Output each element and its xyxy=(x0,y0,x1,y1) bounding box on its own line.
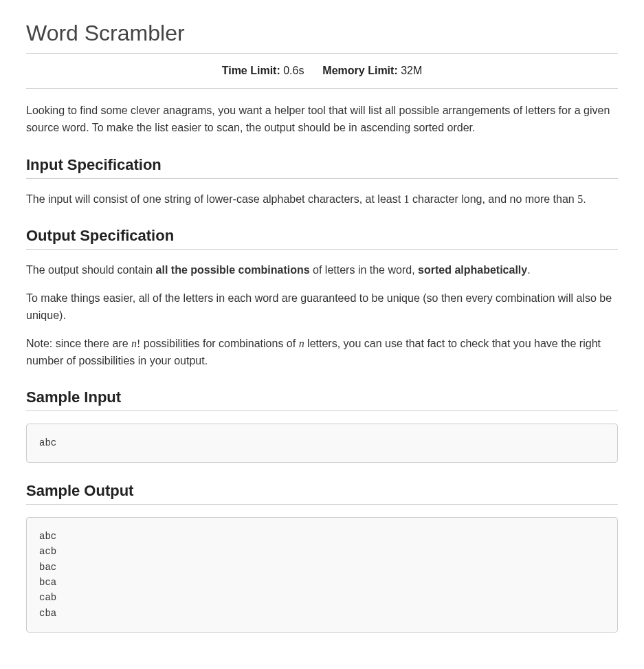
intro-paragraph: Looking to find some clever anagrams, yo… xyxy=(26,102,618,137)
sample-input-heading: Sample Input xyxy=(26,388,618,411)
sample-output-heading: Sample Output xyxy=(26,482,618,505)
output-spec-paragraph-1: The output should contain all the possib… xyxy=(26,262,618,279)
limits-bar: Time Limit: 0.6s Memory Limit: 32M xyxy=(26,54,618,89)
math-variable: n xyxy=(131,338,137,349)
sample-output-block: abc acb bac bca cab cba xyxy=(26,517,618,633)
sample-input-block: abc xyxy=(26,424,618,462)
math-variable: n xyxy=(299,338,304,349)
bold-text: sorted alphabetically xyxy=(418,264,527,276)
page-title: Word Scrambler xyxy=(26,21,618,54)
time-limit-value: 0.6s xyxy=(283,65,304,76)
time-limit-label: Time Limit: xyxy=(222,65,280,76)
input-spec-heading: Input Specification xyxy=(26,156,618,179)
output-spec-heading: Output Specification xyxy=(26,227,618,250)
output-spec-paragraph-2: To make things easier, all of the letter… xyxy=(26,290,618,325)
bold-text: all the possible combinations xyxy=(156,264,310,276)
memory-limit-label: Memory Limit: xyxy=(322,65,397,76)
memory-limit-value: 32M xyxy=(401,65,422,76)
output-spec-paragraph-3: Note: since there are n! possibilities f… xyxy=(26,336,618,370)
input-spec-paragraph: The input will consist of one string of … xyxy=(26,191,618,208)
math-number: 5 xyxy=(577,193,583,205)
math-number: 1 xyxy=(404,193,410,205)
